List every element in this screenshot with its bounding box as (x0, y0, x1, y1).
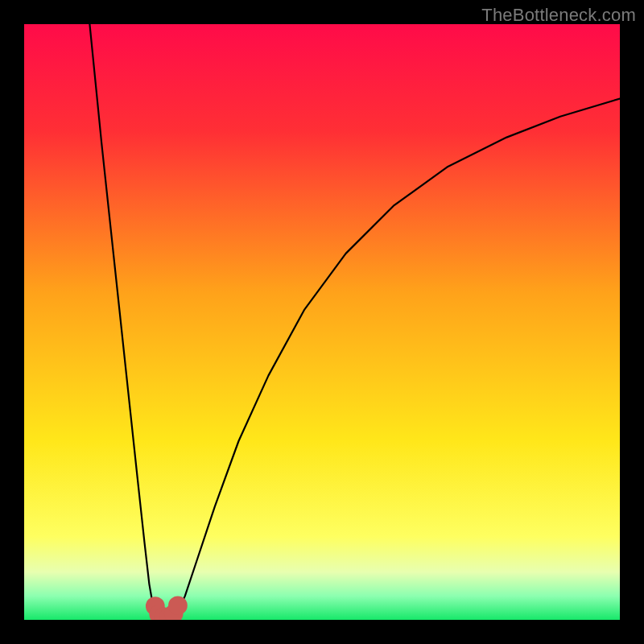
watermark-text: TheBottleneck.com (481, 5, 636, 26)
bottleneck-chart (24, 24, 620, 620)
frame: TheBottleneck.com (0, 0, 644, 644)
gradient-background (24, 24, 620, 620)
plot-area (24, 24, 620, 620)
valley-marker (168, 596, 188, 615)
